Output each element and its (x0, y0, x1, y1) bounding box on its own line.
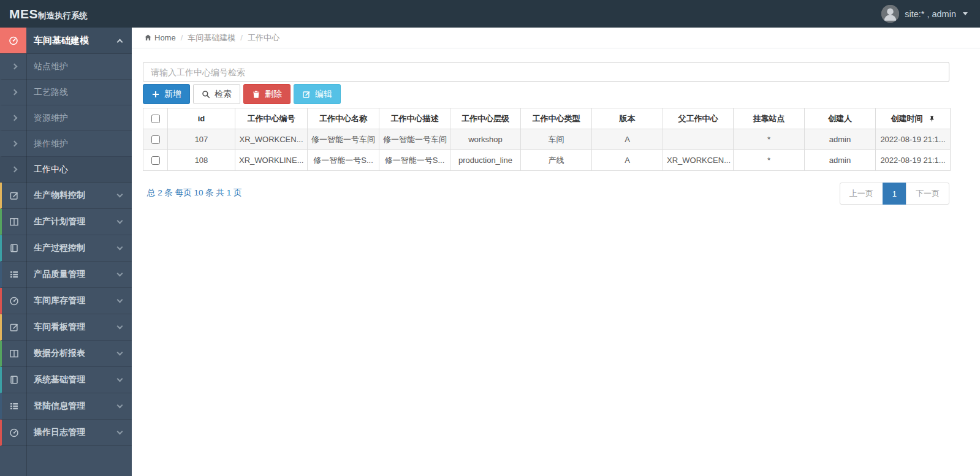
table-cell: 修一智能一号S... (308, 150, 379, 171)
caret-down-icon (963, 12, 968, 15)
user-menu[interactable]: site:* , admin (881, 5, 980, 23)
chevron-right-icon (2, 116, 26, 120)
add-button[interactable]: 新增 (143, 84, 190, 104)
sidebar-item[interactable]: 操作日志管理 (0, 420, 132, 446)
column-header: id (168, 108, 235, 129)
chevron-down-icon (117, 192, 123, 198)
sidebar-item-label: 生产物料控制 (34, 190, 118, 201)
breadcrumb-home[interactable]: Home (144, 33, 176, 42)
row-checkbox[interactable] (151, 135, 160, 144)
page-1-button[interactable]: 1 (883, 183, 906, 205)
pager-group: 上一页 1 下一页 (840, 183, 949, 205)
table-cell: 修一智能一号车间 (379, 129, 450, 150)
brand-primary: MES (9, 7, 38, 21)
column-header: 工作中心描述 (379, 108, 450, 129)
sidebar-item[interactable]: 车间看板管理 (0, 314, 132, 341)
sidebar-subitem[interactable]: 操作维护 (0, 131, 132, 157)
chevron-right-icon (2, 64, 26, 69)
select-all-checkbox[interactable] (151, 115, 160, 123)
toolbar: 新增 检索 删除 (143, 84, 949, 104)
column-header: 父工作中心 (663, 108, 734, 129)
table-cell: XR_WORKLINE... (235, 150, 308, 171)
breadcrumb-item[interactable]: 车间基础建模 (188, 32, 235, 43)
sidebar-item-label: 产品质量管理 (34, 269, 118, 280)
sidebar-mainmenu: 生产物料控制生产计划管理生产过程控制产品质量管理车间库存管理车间看板管理数据分析… (0, 183, 132, 446)
search-button[interactable]: 检索 (193, 84, 240, 104)
row-checkbox[interactable] (151, 156, 160, 165)
table-row[interactable]: 108XR_WORKLINE...修一智能一号S...修一智能一号S...pro… (143, 150, 951, 171)
gauge-icon (2, 428, 26, 437)
next-page-button[interactable]: 下一页 (906, 183, 949, 205)
chevron-down-icon (117, 376, 123, 382)
chevron-down-icon (117, 244, 123, 251)
sidebar-item-label: 生产计划管理 (34, 216, 118, 227)
breadcrumb: Home / 车间基础建模 / 工作中心 (132, 28, 980, 48)
gauge-icon (0, 28, 26, 53)
sidebar: 车间基础建模 站点维护工艺路线资源维护操作维护工作中心 生产物料控制生产计划管理… (0, 28, 132, 476)
table-cell: XR_WORKCEN... (235, 129, 308, 150)
delete-button[interactable]: 删除 (243, 84, 291, 104)
sidebar-item[interactable]: 生产计划管理 (0, 209, 132, 235)
sidebar-item-label: 车间基础建模 (34, 35, 118, 47)
select-all-checkbox-cell (143, 108, 168, 129)
column-header: 创建人 (805, 108, 876, 129)
table-row[interactable]: 107XR_WORKCEN...修一智能一号车间修一智能一号车间workshop… (143, 129, 951, 150)
sidebar-item[interactable]: 车间库存管理 (0, 288, 132, 314)
sidebar-item-label: 生产过程控制 (34, 243, 118, 254)
sidebar-item[interactable]: 生产过程控制 (0, 235, 132, 262)
table-cell: 107 (168, 129, 235, 150)
breadcrumb-item-current: 工作中心 (248, 32, 279, 43)
column-header: 工作中心层级 (450, 108, 521, 129)
table-cell: A (592, 150, 663, 171)
home-icon (144, 34, 152, 42)
sidebar-item-workshop-modeling[interactable]: 车间基础建模 (0, 28, 132, 54)
trash-icon (252, 90, 260, 99)
table-cell: A (592, 129, 663, 150)
brand-secondary: 制造执行系统 (38, 10, 88, 21)
search-icon (202, 90, 210, 99)
search-input[interactable] (143, 62, 949, 82)
row-checkbox-cell (143, 150, 168, 171)
sidebar-subitem[interactable]: 资源维护 (0, 105, 132, 131)
sidebar-item[interactable]: 登陆信息管理 (0, 393, 132, 420)
edit-icon (2, 322, 26, 332)
chevron-up-icon (117, 39, 123, 45)
column-header: 挂靠站点 (734, 108, 805, 129)
table-cell: 产线 (521, 150, 592, 171)
table-cell: workshop (450, 129, 521, 150)
sidebar-subitem-label: 操作维护 (34, 138, 68, 149)
chevron-down-icon (117, 218, 123, 224)
sidebar-subitem-label: 站点维护 (34, 61, 68, 72)
table-cell: 2022-08-19 21:1... (876, 129, 951, 150)
chevron-down-icon (117, 297, 123, 303)
table-cell: admin (805, 129, 876, 150)
sidebar-subitem[interactable]: 工艺路线 (0, 80, 132, 105)
list-icon (2, 401, 26, 411)
topbar: MES 制造执行系统 site:* , admin (0, 0, 980, 28)
sidebar-subitem-label: 工艺路线 (34, 87, 68, 98)
table-cell: 108 (168, 150, 235, 171)
table-cell: 2022-08-19 21:1... (876, 150, 951, 171)
sidebar-subitem[interactable]: 工作中心 (0, 157, 132, 183)
columns-icon (2, 217, 26, 227)
sidebar-item[interactable]: 数据分析报表 (0, 341, 132, 367)
list-icon (2, 270, 26, 279)
sidebar-item[interactable]: 产品质量管理 (0, 262, 132, 288)
chevron-down-icon (117, 350, 123, 356)
sidebar-subitem-label: 工作中心 (34, 164, 68, 175)
table-cell: XR_WORKCEN... (663, 150, 734, 171)
chevron-down-icon (117, 402, 123, 409)
book-icon (2, 375, 26, 385)
edit-button[interactable]: 编辑 (294, 84, 341, 104)
sidebar-subitem[interactable]: 站点维护 (0, 54, 132, 80)
sidebar-item-label: 操作日志管理 (34, 427, 118, 438)
sidebar-item[interactable]: 系统基础管理 (0, 367, 132, 393)
chevron-down-icon (117, 271, 123, 277)
table-cell: admin (805, 150, 876, 171)
prev-page-button[interactable]: 上一页 (840, 183, 883, 205)
app-logo: MES 制造执行系统 (0, 7, 88, 21)
table-cell: 修一智能一号S... (379, 150, 450, 171)
chevron-right-icon (2, 167, 26, 172)
column-header: 版本 (592, 108, 663, 129)
sidebar-item[interactable]: 生产物料控制 (0, 183, 132, 209)
